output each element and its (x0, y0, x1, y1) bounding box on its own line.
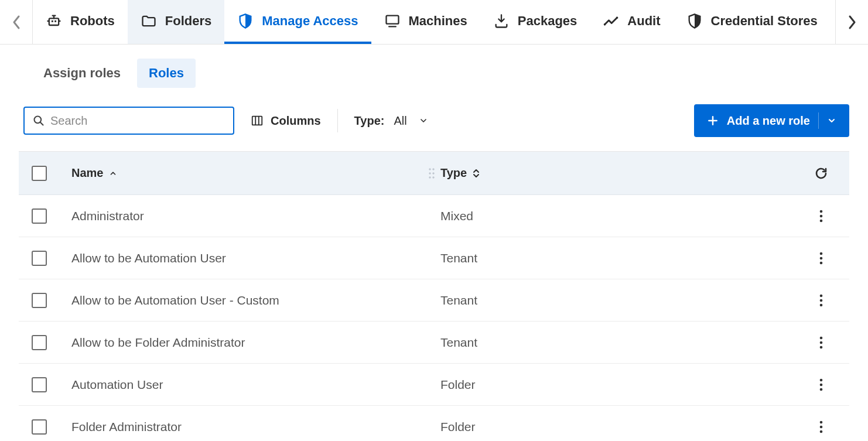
row-checkbox[interactable] (32, 377, 47, 392)
svg-point-9 (432, 168, 434, 170)
tab-label: Audit (627, 13, 660, 29)
monitor-icon (384, 13, 401, 29)
svg-point-26 (820, 378, 823, 381)
more-vertical-icon (819, 378, 823, 392)
row-actions-button[interactable] (804, 336, 839, 350)
row-actions-button[interactable] (804, 293, 839, 307)
row-checkbox[interactable] (32, 293, 47, 308)
table-body: Administrator Mixed Allow to be Automati… (19, 195, 849, 441)
table-row[interactable]: Allow to be Automation User - Custom Ten… (19, 279, 849, 322)
row-checkbox[interactable] (32, 419, 47, 435)
row-checkbox[interactable] (32, 335, 47, 350)
header-checkbox-cell (29, 166, 71, 181)
svg-rect-1 (52, 20, 53, 22)
row-checkbox-cell (29, 293, 71, 308)
sub-tabs: Assign roles Roles (32, 59, 849, 88)
button-divider (818, 112, 819, 129)
svg-point-31 (820, 430, 823, 433)
scroll-left-button[interactable] (0, 0, 33, 44)
folder-icon (141, 13, 157, 29)
svg-point-11 (432, 172, 434, 174)
scroll-right-button[interactable] (835, 0, 868, 44)
row-type: Tenant (440, 251, 804, 265)
table-row[interactable]: Folder Administrator Folder (19, 406, 849, 441)
tab-label: Robots (70, 13, 115, 29)
tab-robots[interactable]: Robots (33, 0, 128, 44)
svg-point-8 (429, 168, 430, 170)
svg-point-12 (429, 176, 430, 178)
columns-label: Columns (271, 114, 321, 128)
tab-packages[interactable]: Packages (480, 0, 590, 44)
svg-point-4 (604, 23, 606, 26)
table-row[interactable]: Administrator Mixed (19, 195, 849, 237)
row-name: Automation User (71, 378, 440, 392)
shield-check-icon (237, 13, 254, 29)
columns-icon (251, 114, 264, 127)
type-filter[interactable]: Type: All (354, 114, 428, 128)
add-role-button[interactable]: Add a new role (694, 104, 849, 137)
more-vertical-icon (819, 293, 823, 307)
chevron-right-icon (848, 15, 857, 30)
table-row[interactable]: Allow to be Automation User Tenant (19, 237, 849, 279)
chevron-down-icon[interactable] (827, 116, 836, 125)
refresh-icon (814, 166, 828, 180)
row-actions-button[interactable] (804, 251, 839, 265)
svg-point-19 (820, 261, 823, 264)
select-all-checkbox[interactable] (32, 166, 47, 181)
columns-button[interactable]: Columns (251, 114, 321, 128)
tab-label: Manage Access (262, 13, 358, 29)
tab-folders[interactable]: Folders (128, 0, 224, 44)
row-checkbox-cell (29, 208, 71, 224)
search-icon (33, 115, 45, 127)
tab-machines[interactable]: Machines (371, 0, 480, 44)
svg-point-10 (429, 172, 430, 174)
tab-manage-access[interactable]: Manage Access (224, 0, 371, 44)
sort-asc-icon (109, 169, 117, 177)
add-role-label: Add a new role (727, 114, 810, 128)
row-actions-button[interactable] (804, 378, 839, 392)
type-filter-label: Type: (354, 114, 385, 128)
row-checkbox[interactable] (32, 251, 47, 266)
table-header: Name Type (19, 152, 849, 195)
tab-label: Folders (165, 13, 211, 29)
row-type: Tenant (440, 336, 804, 350)
svg-point-5 (616, 16, 618, 19)
row-name: Folder Administrator (71, 420, 440, 434)
header-type[interactable]: Type (440, 166, 804, 180)
svg-rect-0 (49, 18, 59, 25)
row-checkbox-cell (29, 335, 71, 350)
refresh-button[interactable] (804, 166, 839, 180)
row-checkbox-cell (29, 419, 71, 435)
row-actions-button[interactable] (804, 420, 839, 434)
row-checkbox[interactable] (32, 208, 47, 224)
row-checkbox-cell (29, 377, 71, 392)
row-checkbox-cell (29, 251, 71, 266)
table-row[interactable]: Allow to be Folder Administrator Tenant (19, 322, 849, 364)
drag-handle-icon[interactable] (423, 167, 440, 180)
subtab-roles[interactable]: Roles (137, 59, 196, 88)
row-type: Folder (440, 378, 804, 392)
row-type: Tenant (440, 293, 804, 307)
search-field[interactable] (23, 107, 234, 135)
header-name-label: Name (71, 166, 103, 180)
svg-point-25 (820, 346, 823, 348)
tab-credential-stores[interactable]: Credential Stores (674, 0, 831, 44)
chart-line-icon (603, 13, 619, 29)
sort-icon (473, 168, 480, 179)
tab-label: Machines (409, 13, 467, 29)
svg-point-13 (432, 176, 434, 178)
row-name: Allow to be Folder Administrator (71, 336, 440, 350)
row-type: Mixed (440, 209, 804, 223)
table-row[interactable]: Automation User Folder (19, 364, 849, 406)
subtab-assign-roles[interactable]: Assign roles (32, 59, 132, 88)
svg-point-24 (820, 341, 823, 344)
header-name[interactable]: Name (71, 166, 423, 180)
tab-audit[interactable]: Audit (590, 0, 673, 44)
top-tab-bar: Robots Folders Manage Access Machines Pa (0, 0, 868, 45)
more-vertical-icon (819, 209, 823, 223)
chevron-down-icon (419, 116, 428, 125)
row-actions-button[interactable] (804, 209, 839, 223)
search-input[interactable] (50, 114, 225, 128)
header-type-label: Type (440, 166, 467, 180)
more-vertical-icon (819, 336, 823, 350)
